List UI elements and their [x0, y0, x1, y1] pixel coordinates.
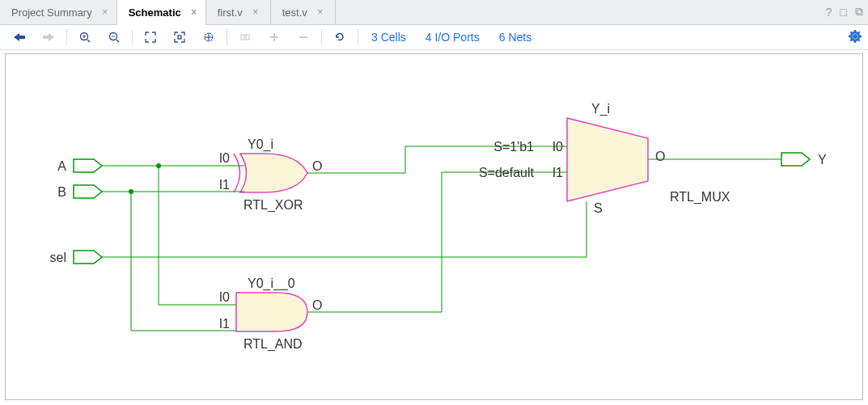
port-Y[interactable]: Y: [781, 153, 827, 167]
gate-mux[interactable]: Y_i RTL_MUX I0 I1 O S S=1'b1 S=default: [479, 102, 730, 215]
port-label: sel: [50, 251, 66, 264]
gate-type: RTL_XOR: [243, 198, 303, 213]
port-label: A: [57, 159, 66, 173]
gate-type: RTL_MUX: [670, 190, 730, 205]
tab-test-v[interactable]: test.v ×: [271, 0, 336, 25]
gate-inst: Y_i: [591, 102, 610, 116]
close-icon[interactable]: ×: [189, 0, 199, 25]
tab-project-summary[interactable]: Project Summary ×: [0, 0, 117, 25]
settings-button[interactable]: [849, 30, 862, 45]
gate-xor[interactable]: Y0_i RTL_XOR I0 I1 O: [219, 137, 323, 213]
zoom-fit-button[interactable]: [138, 27, 163, 47]
port-label: Y: [818, 153, 827, 167]
port-A[interactable]: A: [57, 159, 102, 173]
pin-label: I0: [219, 151, 230, 165]
svg-line-1: [87, 40, 90, 42]
regenerate-button[interactable]: [327, 27, 353, 47]
close-icon[interactable]: ×: [315, 0, 325, 25]
pin-label: I0: [219, 290, 230, 304]
port-sel[interactable]: sel: [50, 251, 102, 264]
gate-type: RTL_AND: [243, 337, 303, 352]
auto-fit-button[interactable]: [196, 27, 222, 47]
svg-rect-7: [178, 36, 181, 39]
tab-label: Schematic: [129, 0, 181, 25]
close-icon[interactable]: ×: [251, 0, 260, 25]
port-label: B: [57, 185, 66, 199]
mux-case-label: S=1'b1: [493, 140, 534, 154]
remove-button[interactable]: [290, 27, 316, 47]
gate-inst: Y0_i: [248, 137, 273, 152]
popout-icon[interactable]: ⧉: [855, 5, 863, 19]
port-B[interactable]: B: [57, 185, 102, 199]
back-button[interactable]: [6, 27, 32, 47]
tab-bar: Project Summary × Schematic × first.v × …: [0, 0, 868, 25]
svg-rect-11: [241, 35, 244, 40]
help-icon[interactable]: ?: [826, 6, 832, 19]
pin-label: I1: [219, 178, 230, 192]
schematic-canvas-area: A B sel Y: [0, 50, 868, 405]
svg-point-16: [156, 163, 161, 168]
pin-label: O: [312, 298, 322, 312]
close-icon[interactable]: ×: [100, 0, 110, 25]
svg-point-17: [129, 189, 133, 194]
toolbar: 3 Cells 4 I/O Ports 6 Nets: [0, 25, 868, 50]
tab-label: test.v: [282, 0, 307, 25]
pin-label: O: [655, 150, 665, 163]
pin-label: O: [312, 159, 322, 173]
svg-rect-12: [246, 35, 249, 40]
svg-line-5: [116, 40, 119, 42]
tab-label: first.v: [218, 0, 243, 25]
tab-label: Project Summary: [11, 0, 92, 25]
zoom-in-button[interactable]: [72, 27, 98, 47]
zoom-out-button[interactable]: [101, 27, 127, 47]
cells-link[interactable]: 3 Cells: [363, 31, 414, 44]
nets-link[interactable]: 6 Nets: [491, 31, 540, 44]
pin-label: S: [594, 201, 603, 215]
tab-first-v[interactable]: first.v ×: [206, 0, 271, 25]
zoom-area-button[interactable]: [167, 27, 193, 47]
schematic-canvas[interactable]: A B sel Y: [5, 53, 862, 399]
gate-inst: Y0_i__0: [248, 276, 295, 291]
window-controls: ? □ ⧉: [826, 5, 863, 19]
forward-button[interactable]: [36, 27, 61, 47]
gate-and[interactable]: Y0_i__0 RTL_AND I0 I1 O: [219, 276, 323, 352]
add-button[interactable]: [261, 27, 287, 47]
maximize-icon[interactable]: □: [840, 6, 847, 19]
tab-schematic[interactable]: Schematic ×: [117, 0, 206, 25]
mux-case-label: S=default: [479, 166, 535, 179]
collapse-button[interactable]: [232, 27, 258, 47]
ports-link[interactable]: 4 I/O Ports: [417, 31, 488, 44]
pin-label: I1: [219, 317, 230, 331]
